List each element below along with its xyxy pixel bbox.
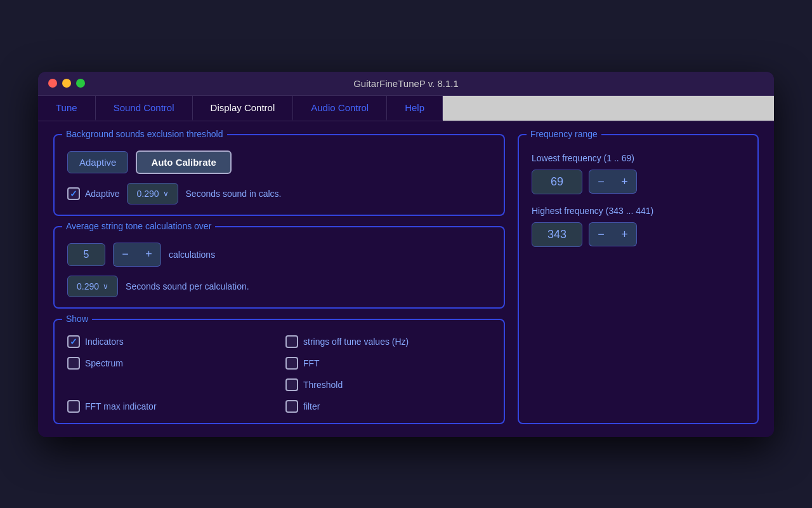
tab-bar: Tune Sound Control Display Control Audio… [38, 96, 774, 121]
strings-off-checkbox[interactable] [285, 335, 298, 348]
plus-icon-low: + [621, 175, 628, 189]
show-panel-title: Show [62, 314, 92, 324]
highest-freq-stepper: − + [589, 222, 637, 246]
adaptive-button[interactable]: Adaptive [67, 151, 128, 173]
dropdown-value: 0.290 [136, 189, 159, 199]
freq-range-panel: Frequency range Lowest frequency (1 .. 6… [518, 134, 759, 424]
seconds-calcs-label: Seconds sound in calcs. [186, 189, 282, 199]
calculations-label: calculations [169, 250, 215, 260]
highest-freq-section: Highest frequency (343 ... 441) 343 − + [532, 206, 745, 247]
tab-display-control[interactable]: Display Control [193, 96, 294, 121]
seconds-dropdown[interactable]: 0.290 ∨ [127, 183, 178, 204]
fft-checkbox[interactable] [285, 357, 298, 370]
fft-max-label: FFT max indicator [85, 401, 157, 411]
strings-off-label: strings off tune values (Hz) [303, 337, 409, 347]
spectrum-label: Spectrum [85, 358, 123, 368]
show-fft-item: FFT [285, 357, 491, 370]
close-button[interactable] [48, 79, 57, 88]
lowest-freq-label: Lowest frequency (1 .. 69) [532, 153, 745, 163]
avg-string-panel: Average string tone calculations over 5 … [53, 226, 505, 309]
bg-threshold-panel: Background sounds exclusion threshold Ad… [53, 134, 505, 216]
freq-range-title: Frequency range [527, 129, 601, 139]
spectrum-checkbox[interactable] [67, 357, 80, 370]
chevron-down-icon-2: ∨ [103, 282, 108, 291]
left-column: Background sounds exclusion threshold Ad… [53, 134, 505, 424]
lowest-freq-section: Lowest frequency (1 .. 69) 69 − + [532, 153, 745, 194]
indicators-checkbox[interactable] [67, 335, 80, 348]
lowest-freq-value: 69 [532, 170, 582, 194]
adaptive-checkbox[interactable] [67, 187, 80, 200]
adaptive-checkbox-label: Adaptive [85, 189, 119, 199]
tab-sound-control[interactable]: Sound Control [96, 96, 193, 121]
highest-freq-value: 343 [532, 222, 582, 247]
show-indicators-item: Indicators [67, 335, 273, 348]
threshold-checkbox[interactable] [285, 378, 298, 391]
threshold-label: Threshold [303, 380, 343, 390]
calculations-decrease-button[interactable]: − [113, 243, 137, 267]
show-filter-item: filter [285, 400, 491, 413]
lowest-freq-stepper: − + [589, 170, 637, 194]
plus-icon-high: + [621, 228, 628, 241]
plus-icon: + [145, 248, 152, 261]
show-fft-max-item: FFT max indicator [67, 400, 273, 413]
right-column: Frequency range Lowest frequency (1 .. 6… [518, 134, 759, 424]
indicators-label: Indicators [85, 337, 124, 347]
calculations-increase-button[interactable]: + [137, 243, 161, 267]
calculations-value: 5 [67, 243, 105, 266]
highest-freq-decrease-button[interactable]: − [589, 222, 613, 246]
calculations-stepper: − + [113, 243, 161, 267]
show-threshold-item: Threshold [285, 378, 491, 391]
app-window: GuitarFineTuneP v. 8.1.1 Tune Sound Cont… [38, 72, 774, 437]
window-title: GuitarFineTuneP v. 8.1.1 [353, 78, 459, 89]
fft-label: FFT [303, 358, 320, 368]
window-controls [48, 79, 85, 88]
filter-label: filter [303, 401, 320, 411]
main-content: Background sounds exclusion threshold Ad… [38, 121, 774, 437]
tab-spacer [443, 96, 774, 121]
maximize-button[interactable] [76, 79, 85, 88]
chevron-down-icon: ∨ [163, 189, 169, 198]
lowest-freq-decrease-button[interactable]: − [589, 170, 613, 194]
adaptive-checkbox-row: Adaptive [67, 187, 119, 200]
bg-threshold-title: Background sounds exclusion threshold [62, 129, 227, 139]
show-spectrum-item: Spectrum [67, 357, 273, 370]
filter-checkbox[interactable] [285, 400, 298, 413]
highest-freq-increase-button[interactable]: + [613, 222, 637, 246]
minus-icon-high: − [598, 228, 605, 241]
avg-string-title: Average string tone calculations over [62, 221, 215, 231]
seconds-per-calc-dropdown[interactable]: 0.290 ∨ [67, 276, 118, 297]
minus-icon-low: − [598, 175, 605, 189]
title-bar: GuitarFineTuneP v. 8.1.1 [38, 72, 774, 96]
fft-max-checkbox[interactable] [67, 400, 80, 413]
auto-calibrate-button[interactable]: Auto Calibrate [136, 150, 232, 174]
show-grid: Indicators strings off tune values (Hz) … [67, 330, 491, 413]
minus-icon: − [122, 248, 129, 261]
per-calc-dropdown-value: 0.290 [77, 281, 99, 291]
show-panel: Show Indicators strings off tune values … [53, 319, 505, 424]
tab-help[interactable]: Help [387, 96, 443, 121]
highest-freq-label: Highest frequency (343 ... 441) [532, 206, 745, 216]
show-strings-off-item: strings off tune values (Hz) [285, 335, 491, 348]
minimize-button[interactable] [62, 79, 71, 88]
show-threshold-placeholder [67, 378, 273, 391]
tab-audio-control[interactable]: Audio Control [293, 96, 387, 121]
tab-tune[interactable]: Tune [38, 96, 96, 121]
lowest-freq-increase-button[interactable]: + [613, 170, 637, 194]
seconds-per-calc-label: Seconds sound per calculation. [126, 281, 249, 291]
